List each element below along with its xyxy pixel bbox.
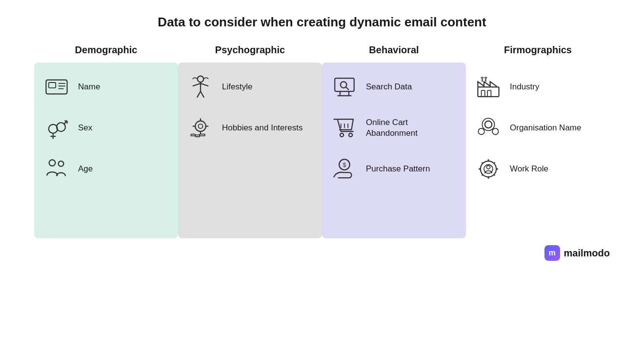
item-label: Work Role [510, 164, 548, 174]
col-firmographics: Industry Organisation Name Work Role [466, 63, 610, 238]
header-behavioral: Behavioral [322, 44, 466, 63]
item-label: Search Data [366, 82, 412, 92]
people-icon [42, 154, 71, 184]
list-item: Lifestyle [186, 72, 314, 102]
list-item: Hobbies and Interests [186, 113, 314, 143]
search-data-icon [330, 72, 359, 102]
main-grid: Demographic Psychographic Behavioral Fir… [34, 44, 610, 238]
item-label: Lifestyle [222, 82, 252, 92]
org-icon [474, 113, 503, 143]
item-label: Sex [78, 123, 92, 133]
list-item: Work Role [474, 154, 602, 184]
list-item: Age [42, 154, 170, 184]
list-item: Online Cart Abandonment [330, 113, 458, 143]
list-item: Industry [474, 72, 602, 102]
item-label: Hobbies and Interests [222, 123, 302, 133]
work-role-icon [474, 154, 503, 184]
footer: m mailmodo [34, 245, 610, 261]
list-item: Search Data [330, 72, 458, 102]
item-label: Online Cart Abandonment [366, 117, 458, 139]
item-label: Organisation Name [510, 123, 581, 133]
item-label: Name [78, 82, 100, 92]
purchase-icon [330, 154, 359, 184]
list-item: Purchase Pattern [330, 154, 458, 184]
id-card-icon [42, 72, 71, 102]
lifestyle-icon [186, 72, 215, 102]
list-item: Organisation Name [474, 113, 602, 143]
mailmodo-icon: m [544, 245, 560, 261]
col-demographic: Name Sex Age [34, 63, 178, 238]
mailmodo-brand-text: mailmodo [564, 248, 610, 259]
col-psychographic: Lifestyle Hobbies and Interests [178, 63, 322, 238]
item-label: Purchase Pattern [366, 164, 430, 174]
header-demographic: Demographic [34, 44, 178, 63]
cart-icon [330, 113, 359, 143]
hobbies-icon [186, 113, 215, 143]
header-firmographics: Firmographics [466, 44, 610, 63]
list-item: Name [42, 72, 170, 102]
list-item: Sex [42, 113, 170, 143]
item-label: Age [78, 164, 93, 174]
item-label: Industry [510, 82, 539, 92]
mailmodo-logo: m mailmodo [544, 245, 610, 261]
page-title: Data to consider when creating dynamic e… [158, 15, 486, 30]
industry-icon [474, 72, 503, 102]
col-behavioral: Search Data Online Cart Abandonment Purc… [322, 63, 466, 238]
header-psychographic: Psychographic [178, 44, 322, 63]
gender-icon [42, 113, 71, 143]
